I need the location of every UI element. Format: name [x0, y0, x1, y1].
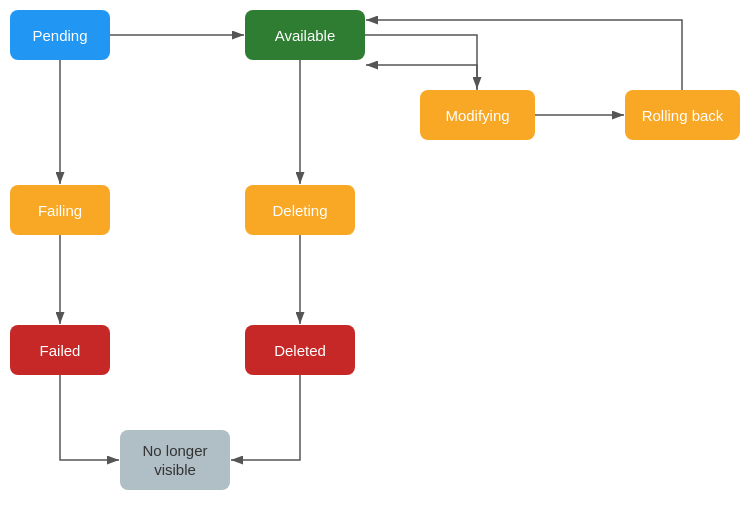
- edge-modifying-available: [366, 65, 477, 90]
- edge-deleted-nolongervisible: [231, 375, 300, 460]
- edge-available-modifying: [365, 35, 477, 89]
- node-deleting: Deleting: [245, 185, 355, 235]
- node-failed: Failed: [10, 325, 110, 375]
- edge-failed-nolongervisible: [60, 375, 119, 460]
- edge-rollingback-available: [366, 20, 682, 90]
- node-available: Available: [245, 10, 365, 60]
- node-no-longer-visible: No longer visible: [120, 430, 230, 490]
- node-deleted: Deleted: [245, 325, 355, 375]
- node-rolling-back: Rolling back: [625, 90, 740, 140]
- node-pending: Pending: [10, 10, 110, 60]
- node-failing: Failing: [10, 185, 110, 235]
- node-modifying: Modifying: [420, 90, 535, 140]
